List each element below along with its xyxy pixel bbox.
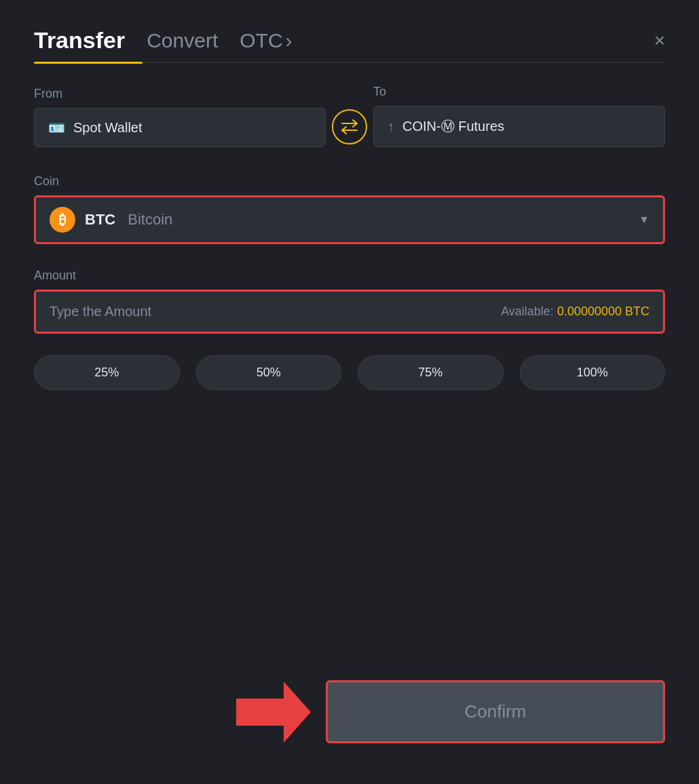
percent-75-button[interactable]: 75% xyxy=(358,355,504,390)
tab-underline-active xyxy=(34,62,143,64)
to-section: To ↑ COIN-Ⓜ Futures xyxy=(373,85,665,147)
from-wallet-name: Spot Wallet xyxy=(73,120,143,136)
chevron-down-icon: ▼ xyxy=(639,214,649,226)
amount-input-wrapper: Available: 0.00000000 BTC xyxy=(34,290,665,334)
from-label: From xyxy=(34,87,326,101)
amount-section: Amount Available: 0.00000000 BTC xyxy=(34,269,665,334)
chevron-right-icon: › xyxy=(286,29,292,52)
coin-select[interactable]: ₿ BTC Bitcoin ▼ xyxy=(34,195,665,244)
swap-icon xyxy=(341,119,358,134)
percent-25-button[interactable]: 25% xyxy=(34,355,180,390)
available-amount: 0.00000000 BTC xyxy=(557,305,649,318)
available-text: Available: 0.00000000 BTC xyxy=(501,305,649,319)
coin-name: Bitcoin xyxy=(128,211,172,229)
wallet-icon: 🪪 xyxy=(48,119,65,136)
modal-header: Transfer Convert OTC › × xyxy=(34,27,665,54)
percent-50-button[interactable]: 50% xyxy=(196,355,342,390)
amount-label: Amount xyxy=(34,269,665,283)
from-wallet-select[interactable]: 🪪 Spot Wallet xyxy=(34,108,326,147)
coin-section: Coin ₿ BTC Bitcoin ▼ xyxy=(34,174,665,244)
swap-button[interactable] xyxy=(332,109,367,144)
percent-100-button[interactable]: 100% xyxy=(520,355,666,390)
bottom-section: Confirm xyxy=(34,680,665,743)
close-button[interactable]: × xyxy=(654,31,665,50)
tab-otc[interactable]: OTC › xyxy=(240,29,292,52)
btc-icon: ₿ xyxy=(50,207,75,233)
svg-marker-0 xyxy=(236,682,311,743)
from-to-row: From 🪪 Spot Wallet To ↑ COIN-Ⓜ Futures xyxy=(34,85,665,147)
percent-row: 25% 50% 75% 100% xyxy=(34,355,665,390)
arrow-wrapper xyxy=(34,682,326,743)
tab-underline-container xyxy=(34,62,665,63)
from-section: From 🪪 Spot Wallet xyxy=(34,87,326,147)
transfer-modal: Transfer Convert OTC › × From 🪪 Spot Wal… xyxy=(0,0,699,784)
tab-transfer[interactable]: Transfer xyxy=(34,27,125,54)
to-label: To xyxy=(373,85,665,99)
swap-btn-wrapper xyxy=(326,109,373,147)
coin-symbol: BTC xyxy=(85,211,115,229)
to-wallet-select[interactable]: ↑ COIN-Ⓜ Futures xyxy=(373,106,665,147)
to-wallet-name: COIN-Ⓜ Futures xyxy=(402,117,504,136)
coin-label: Coin xyxy=(34,174,665,189)
confirm-button[interactable]: Confirm xyxy=(326,680,665,743)
futures-icon: ↑ xyxy=(388,119,394,134)
amount-input[interactable] xyxy=(50,304,501,319)
red-arrow-icon xyxy=(236,682,311,743)
tab-convert[interactable]: Convert xyxy=(147,29,218,52)
